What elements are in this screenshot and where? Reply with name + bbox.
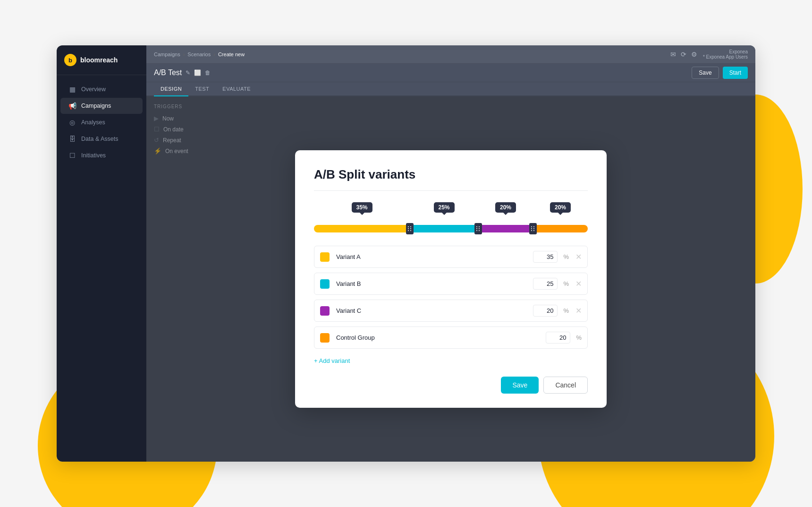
remove-variant-a[interactable]: ✕ (575, 253, 582, 261)
sidebar-item-label: Data & Assets (81, 136, 118, 142)
variant-color-control (320, 333, 330, 343)
remove-variant-c[interactable]: ✕ (575, 307, 582, 315)
variant-color-c (320, 306, 330, 316)
initiatives-icon: ☐ (68, 152, 76, 159)
sidebar-item-analyses[interactable]: ◎ Analyses (60, 114, 143, 130)
start-button[interactable]: Start (723, 67, 748, 79)
account-sub: * Exponea App Users (703, 54, 748, 60)
sidebar: b bloomreach ▦ Overview 📢 Campaigns ◎ An… (57, 45, 146, 462)
campaigns-icon: 📢 (68, 102, 76, 110)
variant-percent-input-b[interactable] (533, 278, 558, 290)
variant-color-a (320, 252, 330, 262)
sidebar-logo: b bloomreach (57, 45, 146, 75)
add-variant-button[interactable]: + Add variant (314, 355, 350, 366)
variant-name-input-c[interactable] (334, 306, 528, 315)
logo-icon: b (64, 54, 76, 66)
bar-handle-c[interactable] (529, 223, 537, 234)
percent-label-control: % (576, 334, 582, 341)
sidebar-item-label: Analyses (81, 119, 105, 126)
bar-handle-b[interactable] (474, 223, 482, 234)
variant-percent-input-a[interactable] (533, 251, 558, 263)
tooltip-a: 35% (351, 202, 372, 213)
bar-segment-c (478, 225, 533, 232)
variant-row-c: % ✕ (314, 300, 588, 322)
variant-color-b (320, 279, 330, 289)
tooltip-control: 20% (550, 202, 571, 213)
handle-dots-b (476, 226, 480, 231)
remove-variant-b[interactable]: ✕ (575, 280, 582, 288)
top-bar-icons: ✉ ⟳ ⚙ (670, 51, 697, 58)
ab-split-modal: A/B Split variants 35% 25% (295, 150, 607, 408)
variant-percent-input-control[interactable] (546, 332, 570, 344)
breadcrumb-sep2: › (213, 52, 215, 57)
bar-segment-control (533, 225, 588, 232)
overview-icon: ▦ (68, 86, 76, 93)
page-title: A/B Test (154, 69, 182, 77)
bar-segment-a (314, 225, 410, 232)
design-tabs: DESIGN TEST EVALUATE (146, 82, 755, 96)
sidebar-item-initiatives[interactable]: ☐ Initiatives (60, 147, 143, 163)
variant-bar (314, 225, 588, 232)
percent-label-a: % (563, 253, 569, 260)
modal-title: A/B Split variants (314, 167, 588, 182)
top-bar: Campaigns › Scenarios › Create new ✉ ⟳ ⚙… (146, 45, 755, 64)
handle-dots-c (531, 226, 535, 231)
tooltip-c: 20% (495, 202, 516, 213)
variant-tooltips: 35% 25% 20% 20% (314, 202, 588, 221)
modal-overlay: A/B Split variants 35% 25% (146, 96, 755, 462)
account-name: Exponea (703, 49, 748, 54)
settings-icon[interactable]: ⚙ (691, 51, 697, 58)
save-outline-button[interactable]: Save (692, 67, 719, 79)
variant-percent-input-c[interactable] (533, 305, 558, 317)
variant-row-b: % ✕ (314, 273, 588, 295)
sidebar-item-campaigns[interactable]: 📢 Campaigns (60, 98, 143, 114)
variant-row-control: % (314, 327, 588, 349)
top-bar-right: ✉ ⟳ ⚙ Exponea * Exponea App Users (670, 49, 748, 60)
data-assets-icon: 🗄 (68, 135, 76, 143)
sidebar-nav: ▦ Overview 📢 Campaigns ◎ Analyses 🗄 Data… (57, 75, 146, 462)
variant-name-input-b[interactable] (334, 279, 528, 288)
tab-design[interactable]: DESIGN (154, 82, 188, 96)
breadcrumb-create-new: Create new (218, 52, 245, 57)
toolbar: A/B Test ✎ ⬜ 🗑 Save Start (146, 64, 755, 82)
workflow-area: TRIGGERS ▶ Now ☐ On date ↺ Repeat ⚡ On e… (146, 96, 755, 462)
bar-segment-b (410, 225, 478, 232)
app-window: b bloomreach ▦ Overview 📢 Campaigns ◎ An… (57, 45, 755, 462)
edit-icon[interactable]: ✎ (186, 69, 190, 76)
account-info: Exponea * Exponea App Users (703, 49, 748, 60)
sidebar-item-data-assets[interactable]: 🗄 Data & Assets (60, 131, 143, 147)
tab-test[interactable]: TEST (188, 82, 216, 96)
sidebar-item-label: Campaigns (81, 103, 111, 109)
variant-name-input-control[interactable] (334, 333, 541, 342)
copy-icon[interactable]: ⬜ (194, 69, 201, 76)
tooltip-b: 25% (433, 202, 454, 213)
toolbar-actions: Save Start (692, 67, 748, 79)
modal-footer: Save Cancel (314, 377, 588, 394)
breadcrumb-campaigns[interactable]: Campaigns (154, 52, 180, 57)
percent-label-c: % (563, 307, 569, 314)
percent-label-b: % (563, 280, 569, 287)
breadcrumb-scenarios[interactable]: Scenarios (187, 52, 211, 57)
modal-save-button[interactable]: Save (501, 377, 539, 394)
variant-bar-container: 35% 25% 20% 20% (314, 202, 588, 232)
sidebar-item-label: Overview (81, 86, 106, 93)
sidebar-item-overview[interactable]: ▦ Overview (60, 81, 143, 97)
sidebar-item-label: Initiatives (81, 152, 106, 159)
breadcrumb-sep1: › (183, 52, 185, 57)
variant-row-a: % ✕ (314, 246, 588, 268)
delete-icon[interactable]: 🗑 (205, 69, 211, 76)
modal-divider (314, 190, 588, 191)
mail-icon[interactable]: ✉ (670, 51, 676, 58)
logo-text: bloomreach (80, 56, 118, 64)
analyses-icon: ◎ (68, 119, 76, 126)
bar-handle-a[interactable] (406, 223, 414, 234)
modal-cancel-button[interactable]: Cancel (543, 377, 588, 394)
main-content: Campaigns › Scenarios › Create new ✉ ⟳ ⚙… (146, 45, 755, 462)
variant-name-input-a[interactable] (334, 252, 528, 261)
tab-evaluate[interactable]: EVALUATE (216, 82, 257, 96)
handle-dots-a (408, 226, 412, 231)
page-title-row: A/B Test ✎ ⬜ 🗑 (154, 69, 211, 77)
history-icon[interactable]: ⟳ (681, 51, 686, 58)
breadcrumb: Campaigns › Scenarios › Create new (154, 52, 245, 57)
